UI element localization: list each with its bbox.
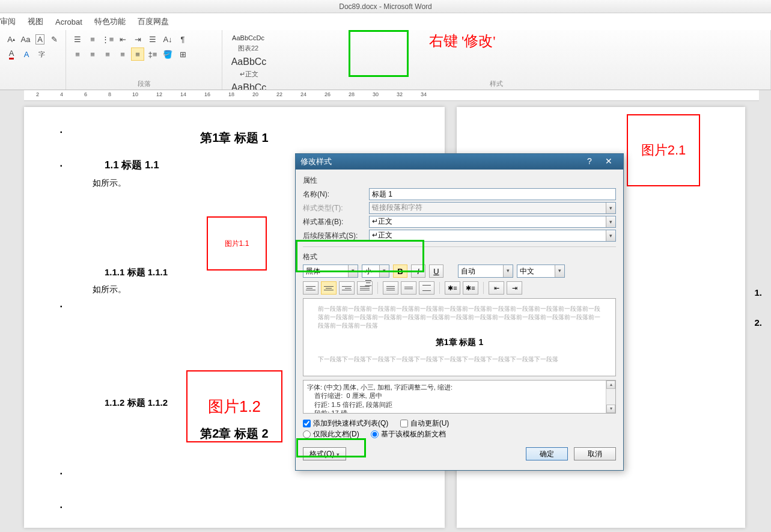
page-num-2: 2. — [754, 317, 762, 328]
doc-heading1: 第1章 标题 1 — [78, 130, 391, 146]
modify-style-dialog: 修改样式 ? ✕ 属性 名称(N): 样式类型(T): 链接段落和字符▾ 样式基… — [295, 153, 624, 471]
dlg-space-before-inc[interactable]: ✱≡ — [445, 281, 460, 295]
close-button[interactable]: ✕ — [599, 156, 618, 168]
dlg-indent-inc[interactable]: ⇥ — [507, 281, 522, 295]
styles-group: AaBbCcDc图表22 AaBbCc↵正文 AaBbCc↵无间隔 第1章标题 … — [222, 30, 771, 90]
desc-scrollbar[interactable]: ▴ ▾ — [606, 381, 615, 413]
style-preview-box: 前一段落前一段落前一段落前一段落前一段落前一段落前一段落前一段落前一段落前一段落… — [303, 298, 616, 376]
increase-indent-button[interactable]: ⇥ — [131, 32, 144, 46]
style-chart22[interactable]: AaBbCcDc图表22 — [226, 32, 270, 55]
dlg-spacing-15[interactable] — [401, 281, 416, 295]
annotation-text: 右键 '修改' — [429, 31, 496, 50]
multilevel-button[interactable]: ⋮≡ — [101, 32, 114, 46]
paragraph-label: 段落 — [66, 79, 222, 88]
borders-button[interactable]: ⊞ — [176, 47, 189, 61]
format-menu-button[interactable]: 格式(O) — [303, 447, 346, 460]
distributed-button[interactable]: ≡ — [131, 47, 144, 61]
align-center-button[interactable]: ≡ — [86, 47, 99, 61]
dlg-indent-dec[interactable]: ⇤ — [489, 281, 504, 295]
sort-button[interactable]: A↓ — [161, 32, 174, 46]
name-field[interactable] — [369, 188, 616, 200]
line-spacing-button[interactable]: ‡≡ — [146, 47, 159, 61]
document-area: 246810121416182022242628303234 第1章 标题 1 … — [0, 90, 771, 532]
dlg-align-center[interactable] — [321, 281, 337, 295]
align-right-button[interactable]: ≡ — [101, 47, 114, 61]
shading-button[interactable]: 🪣 — [161, 47, 174, 61]
format-section-label: 格式 — [303, 252, 616, 262]
styles-label: 样式 — [222, 79, 770, 88]
font-color-button[interactable]: A — [5, 47, 18, 61]
type-label: 样式类型(T): — [303, 203, 369, 213]
only-doc-radio[interactable]: 仅限此文档(D) — [303, 429, 359, 439]
numbering-button[interactable]: ≡ — [86, 32, 99, 46]
text-effect-button[interactable]: A — [20, 47, 33, 61]
next-select[interactable]: ↵正文▾ — [369, 230, 616, 242]
style-normal[interactable]: AaBbCc↵正文 — [226, 55, 272, 81]
auto-update-checkbox[interactable]: 自动更新(U) — [400, 418, 449, 429]
annotation-img-1-2: 图片1.2 — [186, 370, 282, 442]
italic-button[interactable]: I — [411, 264, 425, 278]
style-description: 字体: (中文) 黑体, 小三, 加粗, 字距调整二号, 缩进: 首行缩进: 0… — [303, 380, 616, 414]
highlight-button[interactable]: A — [34, 32, 46, 46]
next-label: 后续段落样式(S): — [303, 231, 369, 241]
dialog-title-text: 修改样式 — [300, 156, 332, 167]
type-select: 链接段落和字符▾ — [369, 202, 616, 214]
annotation-img-1-1: 图片1.1 — [207, 216, 267, 271]
menu-bar: 审阅 视图 Acrobat 特色功能 百度网盘 — [0, 13, 771, 30]
menu-acrobat[interactable]: Acrobat — [55, 17, 82, 26]
add-quick-checkbox[interactable]: 添加到快速样式列表(Q) — [303, 418, 388, 429]
menu-baidu[interactable]: 百度网盘 — [138, 16, 169, 27]
align-left-button[interactable]: ≡ — [71, 47, 84, 61]
title-bar: Doc89.docx - Microsoft Word — [0, 0, 771, 13]
scroll-down-icon[interactable]: ▾ — [606, 405, 615, 413]
dlg-spacing-1[interactable] — [383, 281, 398, 295]
help-button[interactable]: ? — [580, 156, 599, 168]
scroll-up-icon[interactable]: ▴ — [606, 381, 615, 389]
dlg-space-before-dec[interactable]: ✱≡ — [463, 281, 478, 295]
char-border-button[interactable]: 字 — [35, 47, 48, 61]
page-num-1: 1. — [754, 287, 762, 298]
paragraph-group: ☰ ≡ ⋮≡ ⇤ ⇥ ☰ A↓ ¶ ≡ ≡ ≡ ≡ ≡ ‡≡ 🪣 ⊞ 段落 — [66, 30, 222, 90]
font-group: A▴ Aa A ✎ A A 字 — [0, 30, 66, 90]
bold-button[interactable]: B — [393, 264, 407, 278]
menu-review[interactable]: 审阅 — [0, 16, 16, 27]
ruler[interactable]: 246810121416182022242628303234 — [24, 90, 759, 101]
clear-format-icon[interactable]: ✎ — [48, 32, 61, 46]
ok-button[interactable]: 确定 — [526, 447, 568, 460]
justify-button[interactable]: ≡ — [116, 47, 129, 61]
menu-view[interactable]: 视图 — [28, 16, 43, 27]
new-template-radio[interactable]: 基于该模板的新文档 — [371, 429, 446, 439]
lang-combo[interactable]: 中文▾ — [517, 264, 565, 278]
dlg-spacing-2[interactable] — [419, 281, 434, 295]
decrease-indent-button[interactable]: ⇤ — [116, 32, 129, 46]
font-color-combo[interactable]: 自动▾ — [458, 264, 513, 278]
font-size-combo[interactable]: 小三▾ — [362, 264, 389, 278]
asian-layout-button[interactable]: ☰ — [146, 32, 159, 46]
show-marks-button[interactable]: ¶ — [176, 32, 189, 46]
change-case-button[interactable]: Aa — [19, 32, 32, 46]
dlg-align-right[interactable] — [339, 281, 355, 295]
bullets-button[interactable]: ☰ — [71, 32, 84, 46]
dialog-titlebar[interactable]: 修改样式 ? ✕ — [296, 154, 623, 170]
menu-special[interactable]: 特色功能 — [94, 16, 126, 27]
ribbon: A▴ Aa A ✎ A A 字 ☰ ≡ ⋮≡ ⇤ ⇥ ☰ A↓ ¶ ≡ ≡ ≡ … — [0, 30, 771, 90]
name-label: 名称(N): — [303, 189, 369, 200]
dlg-align-left[interactable] — [303, 281, 318, 295]
based-select[interactable]: ↵正文▾ — [369, 216, 616, 228]
grow-font-button[interactable]: A▴ — [5, 32, 17, 46]
underline-button[interactable]: U — [429, 264, 443, 278]
annotation-img-2-1: 图片2.1 — [627, 114, 700, 186]
font-family-combo[interactable]: 黑体▾ — [303, 264, 358, 278]
based-label: 样式基准(B): — [303, 217, 369, 227]
cancel-button[interactable]: 取消 — [574, 447, 616, 460]
props-section-label: 属性 — [303, 176, 616, 186]
